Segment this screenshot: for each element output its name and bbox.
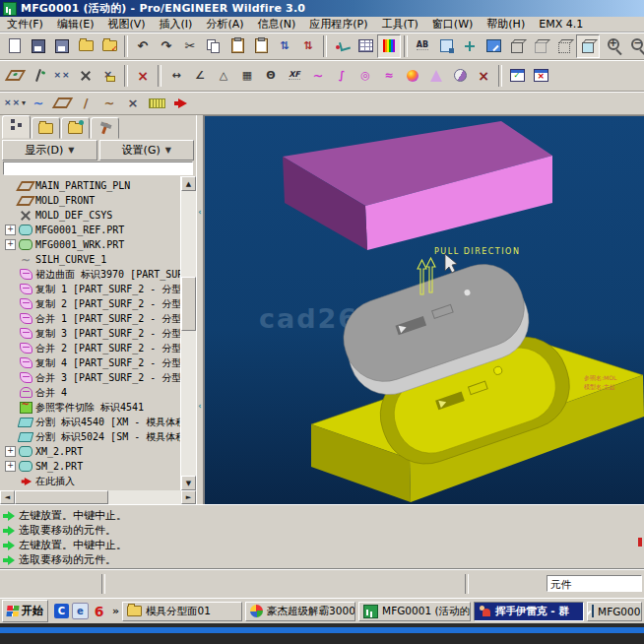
- continue-icon[interactable]: [168, 92, 192, 115]
- quick-launch-browser-icon[interactable]: e: [72, 603, 89, 619]
- wireframe-display-icon[interactable]: [505, 34, 529, 58]
- add-component-icon[interactable]: [434, 34, 458, 58]
- menu-item-6[interactable]: 应用程序(P): [302, 17, 374, 32]
- tree-vertical-scrollbar[interactable]: ▲ ▼: [180, 176, 196, 490]
- expand-toggle[interactable]: +: [5, 239, 16, 250]
- tree-item[interactable]: 合并 1 [PART_SURF_2 - 分型面: [0, 311, 180, 326]
- menu-item-7[interactable]: 工具(T): [375, 17, 425, 32]
- spin-center-icon[interactable]: ×: [131, 64, 155, 88]
- curvature-analysis-icon[interactable]: ≈: [377, 64, 401, 88]
- spline-icon[interactable]: ~: [97, 92, 121, 115]
- datum-point-icon[interactable]: ××▾: [3, 92, 27, 115]
- datum-axis-display-icon[interactable]: [27, 64, 50, 88]
- zoom-in-icon[interactable]: [600, 34, 623, 58]
- tree-item[interactable]: ~SILH_CURVE_1: [0, 252, 180, 267]
- curve-analysis-icon[interactable]: ~: [306, 64, 330, 88]
- expand-toggle[interactable]: +: [5, 225, 16, 235]
- hidden-line-display-icon[interactable]: [529, 34, 552, 58]
- draft-check-icon[interactable]: [424, 64, 448, 88]
- window-close-icon[interactable]: [529, 64, 552, 88]
- selection-filter-box[interactable]: 元件: [547, 575, 642, 592]
- tree-item[interactable]: +MFG0001_WRK.PRT: [0, 237, 180, 252]
- shaded-display-icon[interactable]: [576, 34, 600, 58]
- menu-item-4[interactable]: 分析(A): [199, 17, 250, 32]
- datum-csys-display-icon[interactable]: [74, 64, 97, 88]
- tree-horizontal-scrollbar[interactable]: ◄ ►: [0, 490, 196, 504]
- tree-item[interactable]: 合并 2 [PART_SURF_2 - 分型面: [0, 341, 180, 355]
- model-player-icon[interactable]: [330, 34, 354, 58]
- settings-menu-button[interactable]: 设置(G) ▼: [99, 140, 195, 161]
- tab-connections[interactable]: [91, 117, 119, 139]
- measure-distance-icon[interactable]: ↔: [164, 64, 188, 88]
- measure-transform-icon[interactable]: XF: [283, 64, 306, 88]
- tangent-analysis-icon[interactable]: ∫: [330, 64, 354, 88]
- measure-icon[interactable]: [145, 92, 168, 115]
- datum-point-display-icon[interactable]: ××: [50, 64, 74, 88]
- expand-toggle[interactable]: +: [5, 461, 16, 472]
- scroll-up-button[interactable]: ▲: [181, 176, 196, 191]
- scroll-right-button[interactable]: ►: [181, 490, 196, 504]
- quick-launch-c-icon[interactable]: C: [54, 604, 69, 618]
- tab-model-tree[interactable]: [2, 115, 31, 139]
- line-icon[interactable]: /: [74, 92, 97, 115]
- import-icon[interactable]: [97, 34, 121, 58]
- analysis-off-icon[interactable]: ×: [472, 64, 495, 88]
- tree-item[interactable]: 在此插入: [0, 474, 180, 488]
- family-table-icon[interactable]: [354, 34, 377, 58]
- task-qq-chat[interactable]: 挥手伊雷克 - 群: [474, 602, 584, 621]
- tree-item[interactable]: +SM_2.PRT: [0, 459, 180, 474]
- start-button[interactable]: 开始: [2, 600, 48, 622]
- measure-diameter-icon[interactable]: Θ: [259, 64, 283, 88]
- menu-item-8[interactable]: 窗口(W): [425, 17, 480, 32]
- surface-analysis-icon[interactable]: ◎: [354, 64, 377, 88]
- point-tag-display-icon[interactable]: [97, 64, 121, 88]
- curve-through-points-icon[interactable]: ~: [27, 92, 50, 115]
- zoom-out-icon[interactable]: [623, 34, 644, 58]
- datum-plane-display-icon[interactable]: [3, 64, 27, 88]
- new-file-icon[interactable]: [3, 34, 27, 58]
- update-list2-icon[interactable]: ⇅: [296, 34, 320, 58]
- collapse-chevron-icon[interactable]: ‹: [198, 403, 201, 411]
- scrollbar-thumb[interactable]: [181, 277, 196, 331]
- graphics-area[interactable]: cad2688.: [204, 115, 644, 504]
- title-bar[interactable]: MFG0001 (活动的) - Pro/ENGINEER Wildfire 3.…: [0, 0, 644, 17]
- tree-item[interactable]: MOLD_FRONT: [0, 193, 180, 208]
- open-icon[interactable]: [74, 34, 97, 58]
- tree-item[interactable]: 复制 4 [PART_SURF_2 - 分型面: [0, 355, 180, 370]
- window-accept-icon[interactable]: [505, 64, 529, 88]
- sketch-view-icon[interactable]: [482, 34, 505, 58]
- menu-item-9[interactable]: 帮助(H): [480, 17, 532, 32]
- tree-item[interactable]: MOLD_DEF_CSYS: [0, 208, 180, 223]
- tab-favorites[interactable]: [61, 117, 90, 139]
- tab-folder-browser[interactable]: [32, 117, 60, 139]
- tree-item[interactable]: 裙边曲面 标识3970 [PART_SUR: [0, 267, 180, 282]
- shaded-curvature-icon[interactable]: [401, 64, 424, 88]
- overflow-chevron[interactable]: »: [112, 605, 119, 617]
- scrollbar-thumb[interactable]: [15, 490, 108, 504]
- menu-item-5[interactable]: 信息(N): [251, 17, 303, 32]
- tree-item[interactable]: 参照零件切除 标识4541: [0, 400, 180, 415]
- tree-item[interactable]: 分割 标识4540 [XM - 模具体积: [0, 415, 180, 429]
- task-proe-window[interactable]: MFG0001 (活动的...: [358, 602, 471, 621]
- panel-sash[interactable]: ‹‹: [196, 115, 204, 504]
- menu-item-0[interactable]: 文件(F): [0, 17, 50, 32]
- tree-item[interactable]: 复制 1 [PART_SURF_2 - 分型面: [0, 282, 180, 296]
- menu-item-3[interactable]: 插入(I): [153, 17, 200, 32]
- show-menu-button[interactable]: 显示(D) ▼: [2, 140, 97, 161]
- tree-item[interactable]: 复制 2 [PART_SURF_2 - 分型面: [0, 296, 180, 311]
- paste-special-icon[interactable]: [249, 34, 273, 58]
- scroll-left-button[interactable]: ◄: [0, 490, 15, 504]
- plane-icon[interactable]: [50, 92, 74, 115]
- annotation-icon[interactable]: AB: [411, 34, 434, 58]
- tree-item[interactable]: MAIN_PARTING_PLN: [0, 178, 180, 193]
- appearance-icon[interactable]: [377, 34, 401, 58]
- tree-item[interactable]: 合并 3 [PART_SURF_2 - 分型面: [0, 370, 180, 385]
- measure-grid-icon[interactable]: ▦: [235, 64, 259, 88]
- copy-icon[interactable]: [202, 34, 225, 58]
- task-folder-window[interactable]: 模具分型面01: [122, 602, 242, 621]
- measure-angle-icon[interactable]: ∠: [188, 64, 212, 88]
- tree-item[interactable]: +XM_2.PRT: [0, 444, 180, 459]
- task-proe-window-2[interactable]: MFG0001: [587, 602, 642, 621]
- axis-icon[interactable]: ×: [121, 92, 145, 115]
- scroll-down-button[interactable]: ▼: [181, 476, 196, 490]
